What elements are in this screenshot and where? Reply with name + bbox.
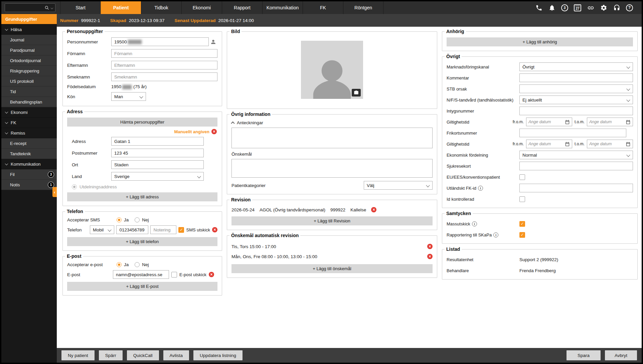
giltighetstid2-from-date-input[interactable]: Ange datum [526, 140, 572, 148]
sidebar-item-journal[interactable]: Journal [1, 35, 57, 45]
tab-start[interactable]: Start [60, 1, 101, 14]
lagg-till-revision-button[interactable]: + Lägg till Revision [231, 216, 433, 225]
lagg-till-telefon-button[interactable]: + Lägg till telefon [67, 237, 217, 246]
tab-patient[interactable]: Patient [101, 1, 141, 14]
adress-input[interactable] [111, 137, 204, 146]
sparr-button[interactable]: Spärr [99, 350, 123, 360]
sidebar-item-halsa[interactable]: Hälsa [1, 24, 57, 35]
ny-patient-button[interactable]: Ny patient [61, 350, 95, 360]
patientkategorier-select[interactable]: Välj [364, 181, 433, 190]
tab-rontgen[interactable]: Röntgen [343, 1, 383, 14]
info-icon[interactable] [472, 221, 477, 226]
postnummer-input[interactable] [111, 149, 204, 157]
sidebar-item-ortodontijournal[interactable]: Ortodontijournal [1, 55, 57, 66]
telefonnummer-input[interactable] [116, 225, 148, 234]
giltighetstid-from-date-input[interactable]: Ange datum [526, 118, 572, 126]
lagg-till-epost-button[interactable]: + Lägg till E-post [67, 282, 217, 291]
ekonomisk-fordelning-select[interactable]: Normal [519, 151, 633, 159]
sidebar-item-tid[interactable]: Tid [1, 86, 57, 97]
search-input[interactable] [7, 5, 43, 10]
epost-input[interactable] [113, 270, 169, 279]
sidebar-item-us-protokoll[interactable]: US protokoll [1, 76, 57, 86]
telefon-typ-select[interactable]: Mobil [90, 225, 114, 234]
land-select[interactable]: Sverige [111, 172, 204, 181]
sidebar-item-ekonomi[interactable]: Ekonomi [1, 107, 57, 118]
sidebar-item-parodjournal[interactable]: Parodjournal [1, 45, 57, 55]
marknadsforingskanal-select[interactable]: Övrigt [519, 62, 633, 71]
epost-ja-radio[interactable] [117, 262, 122, 267]
sidebar-item-tandteknik[interactable]: Tandteknik [1, 149, 57, 159]
person-lookup-icon[interactable] [209, 38, 217, 45]
sms-nej-radio[interactable] [135, 217, 140, 222]
notering-input[interactable] [150, 225, 176, 234]
epost-utskick-checkbox[interactable] [171, 272, 177, 278]
tab-tidbok[interactable]: Tidbok [141, 1, 181, 14]
efternamn-input[interactable] [111, 61, 217, 69]
id-kontrollerad-checkbox[interactable] [519, 196, 525, 202]
fornamn-input[interactable] [111, 49, 217, 58]
sidebar-item-riskgruppering[interactable]: Riskgruppering [1, 66, 57, 76]
sidebar-item-kommunikation[interactable]: Kommunikation [1, 159, 57, 169]
info-icon[interactable] [493, 232, 498, 237]
stb-orsak-select[interactable] [519, 84, 633, 93]
sidebar-item-notis[interactable]: Notis1 [1, 180, 57, 190]
avbryt-button[interactable]: Avbryt [605, 350, 637, 360]
lagg-till-anhorig-button[interactable]: + Lägg till anhörig [447, 37, 633, 46]
remove-epost-icon[interactable] [209, 272, 214, 277]
remove-onskemal-icon[interactable] [427, 244, 433, 249]
nfs-tandvard-select[interactable]: Ej aktuellt [519, 96, 633, 104]
phone-icon[interactable] [535, 4, 542, 11]
calendar-icon[interactable]: 27 [574, 4, 581, 11]
utdelningsadress-radio[interactable] [72, 184, 77, 189]
sidebar-item-behandlingsplan[interactable]: Behandlingsplan [1, 97, 57, 107]
avlista-button[interactable]: Avlista [163, 350, 189, 360]
search-dropdown-chevron-icon[interactable] [51, 6, 53, 9]
bell-icon[interactable] [548, 4, 555, 11]
sms-utskick-checkbox[interactable] [178, 227, 184, 233]
intygsnummer-input[interactable] [519, 107, 633, 115]
sidebar-item-e-recept[interactable]: E-recept [1, 138, 57, 149]
tab-rapport[interactable]: Rapport [222, 1, 262, 14]
search-icon[interactable] [44, 5, 49, 10]
skapa-checkbox[interactable] [519, 232, 525, 238]
link-icon[interactable] [587, 4, 594, 11]
kommentar-input[interactable] [519, 73, 633, 82]
frikortsnummer-input[interactable] [519, 129, 626, 137]
gear-icon[interactable] [600, 4, 607, 11]
remove-onskemal-icon[interactable] [427, 254, 433, 259]
spara-button[interactable]: Spara [567, 350, 601, 360]
onskemal-textarea[interactable] [231, 159, 433, 178]
info-icon[interactable] [478, 186, 483, 191]
remove-revision-icon[interactable] [371, 207, 376, 212]
personnummer-field[interactable]: 19500 ██████ [111, 37, 209, 46]
remove-telefon-icon[interactable] [212, 227, 217, 232]
smeknamn-input[interactable] [111, 72, 217, 81]
sidebar-collapse-handle[interactable] [52, 187, 57, 197]
tab-ekonomi[interactable]: Ekonomi [181, 1, 222, 14]
collapse-anteckningar-icon[interactable] [231, 121, 234, 125]
epost-nej-radio[interactable] [135, 262, 140, 267]
tab-fk[interactable]: FK [303, 1, 343, 14]
utlandskt-fkid-input[interactable] [519, 184, 633, 192]
sidebar-item-fk[interactable]: FK [1, 118, 57, 128]
hamta-personuppgifter-button[interactable]: Hämta personuppgifter [67, 118, 217, 127]
massutskick-checkbox[interactable] [519, 221, 525, 227]
sidebar-item-remiss[interactable]: Remiss [1, 128, 57, 138]
uppdatera-listning-button[interactable]: Uppdatera listning [193, 350, 243, 360]
eu-ees-checkbox[interactable] [519, 174, 525, 180]
lagg-till-onskemal-button[interactable]: + Lägg till önskemål [231, 264, 433, 273]
giltighetstid-tom-date-input[interactable]: Ange datum [587, 118, 633, 126]
headset-icon[interactable] [613, 4, 620, 11]
sidebar-item-fil[interactable]: Fil3 [1, 169, 57, 180]
ort-input[interactable] [111, 160, 204, 169]
quickcall-button[interactable]: QuickCall [127, 350, 159, 360]
remove-manual-address-icon[interactable] [211, 129, 217, 134]
sidebar-item-grunduppgifter[interactable]: Grunduppgifter [1, 14, 57, 24]
sjukresekort-input[interactable] [519, 162, 633, 170]
anteckningar-textarea[interactable] [231, 128, 433, 148]
global-search[interactable] [5, 3, 55, 12]
kon-select[interactable]: Man [111, 92, 146, 101]
sms-ja-radio[interactable] [117, 217, 122, 222]
notification-count-badge[interactable]: 3 [561, 4, 568, 11]
help-icon[interactable]: ? [626, 4, 633, 11]
